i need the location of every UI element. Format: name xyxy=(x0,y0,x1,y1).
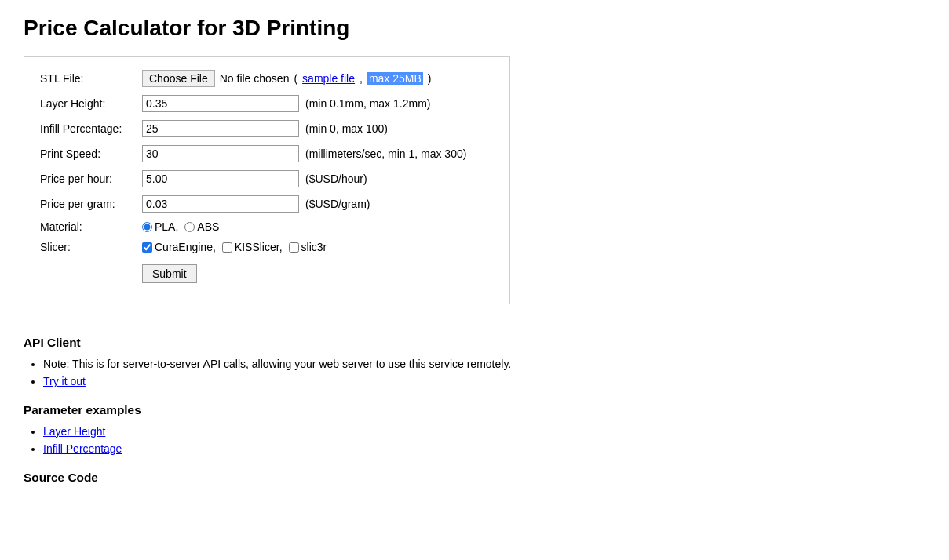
price-per-gram-label: Price per gram: xyxy=(40,198,142,210)
infill-hint: (min 0, max 100) xyxy=(305,122,388,135)
source-section: Source Code xyxy=(24,471,925,485)
comma-text: , xyxy=(360,72,363,85)
price-per-hour-label: Price per hour: xyxy=(40,173,142,185)
slicer-cura-checkbox[interactable] xyxy=(142,242,152,253)
api-section-title: API Client xyxy=(24,336,925,350)
layer-height-param-item: Layer Height xyxy=(43,425,925,438)
slicer-slic3r-option[interactable]: slic3r xyxy=(289,241,327,253)
print-speed-label: Print Speed: xyxy=(40,147,142,160)
submit-row: Submit xyxy=(40,261,494,283)
slicer-kiss-checkbox[interactable] xyxy=(222,242,232,253)
try-it-out-link[interactable]: Try it out xyxy=(43,375,86,387)
price-per-gram-input[interactable] xyxy=(142,195,299,213)
price-per-hour-hint: ($USD/hour) xyxy=(305,173,367,185)
params-section-title: Parameter examples xyxy=(24,403,925,417)
api-note-item: Note: This is for server-to-server API c… xyxy=(43,358,925,370)
layer-height-row: Layer Height: (min 0.1mm, max 1.2mm) xyxy=(40,95,494,112)
slicer-cura-option[interactable]: CuraEngine, xyxy=(142,241,216,253)
print-speed-hint: (millimeters/sec, min 1, max 300) xyxy=(305,147,466,160)
file-input-wrapper: Choose File No file chosen ( sample file… xyxy=(142,70,432,87)
slicer-row: Slicer: CuraEngine, KISSlicer, slic3r xyxy=(40,241,494,253)
material-abs-radio[interactable] xyxy=(184,222,195,232)
price-per-gram-row: Price per gram: ($USD/gram) xyxy=(40,195,494,213)
slicer-kiss-label: KISSlicer, xyxy=(235,241,283,253)
infill-input[interactable] xyxy=(142,120,299,137)
api-note-text: Note: This is for server-to-server API c… xyxy=(43,358,511,370)
print-speed-input[interactable] xyxy=(142,145,299,162)
params-section: Parameter examples Layer Height Infill P… xyxy=(24,403,925,455)
source-section-title: Source Code xyxy=(24,471,925,485)
layer-height-param-link[interactable]: Layer Height xyxy=(43,425,105,438)
infill-param-link[interactable]: Infill Percentage xyxy=(43,442,122,455)
api-list: Note: This is for server-to-server API c… xyxy=(43,358,925,387)
calculator-form: STL File: Choose File No file chosen ( s… xyxy=(24,56,510,304)
slicer-checkbox-group: CuraEngine, KISSlicer, slic3r xyxy=(142,241,327,253)
slicer-cura-label: CuraEngine, xyxy=(155,241,216,253)
params-list: Layer Height Infill Percentage xyxy=(43,425,925,455)
slicer-slic3r-label: slic3r xyxy=(301,241,327,253)
api-try-item: Try it out xyxy=(43,375,925,387)
slicer-kiss-option[interactable]: KISSlicer, xyxy=(222,241,283,253)
file-info-text: ( xyxy=(294,72,297,85)
infill-row: Infill Percentage: (min 0, max 100) xyxy=(40,120,494,137)
max-size-badge: max 25MB xyxy=(367,72,423,85)
layer-height-label: Layer Height: xyxy=(40,97,142,110)
price-per-gram-hint: ($USD/gram) xyxy=(305,198,370,210)
layer-height-input[interactable] xyxy=(142,95,299,112)
material-label: Material: xyxy=(40,220,142,233)
infill-param-item: Infill Percentage xyxy=(43,442,925,455)
api-section: API Client Note: This is for server-to-s… xyxy=(24,336,925,387)
print-speed-row: Print Speed: (millimeters/sec, min 1, ma… xyxy=(40,145,494,162)
no-file-text: No file chosen xyxy=(220,72,290,85)
layer-height-hint: (min 0.1mm, max 1.2mm) xyxy=(305,97,430,110)
close-paren: ) xyxy=(428,72,432,85)
material-abs-option[interactable]: ABS xyxy=(184,220,219,233)
material-row: Material: PLA, ABS xyxy=(40,220,494,233)
price-per-hour-input[interactable] xyxy=(142,170,299,187)
material-abs-label: ABS xyxy=(197,220,219,233)
page-title: Price Calculator for 3D Printing xyxy=(24,16,925,41)
material-pla-option[interactable]: PLA, xyxy=(142,220,178,233)
material-pla-radio[interactable] xyxy=(142,222,152,232)
stl-file-label: STL File: xyxy=(40,72,142,85)
infill-label: Infill Percentage: xyxy=(40,122,142,135)
material-radio-group: PLA, ABS xyxy=(142,220,219,233)
slicer-label: Slicer: xyxy=(40,241,142,253)
choose-file-button[interactable]: Choose File xyxy=(142,70,215,87)
submit-button[interactable]: Submit xyxy=(142,264,197,283)
sample-file-link[interactable]: sample file xyxy=(302,72,355,85)
stl-file-row: STL File: Choose File No file chosen ( s… xyxy=(40,70,494,87)
material-pla-label: PLA, xyxy=(155,220,178,233)
price-per-hour-row: Price per hour: ($USD/hour) xyxy=(40,170,494,187)
slicer-slic3r-checkbox[interactable] xyxy=(289,242,299,253)
